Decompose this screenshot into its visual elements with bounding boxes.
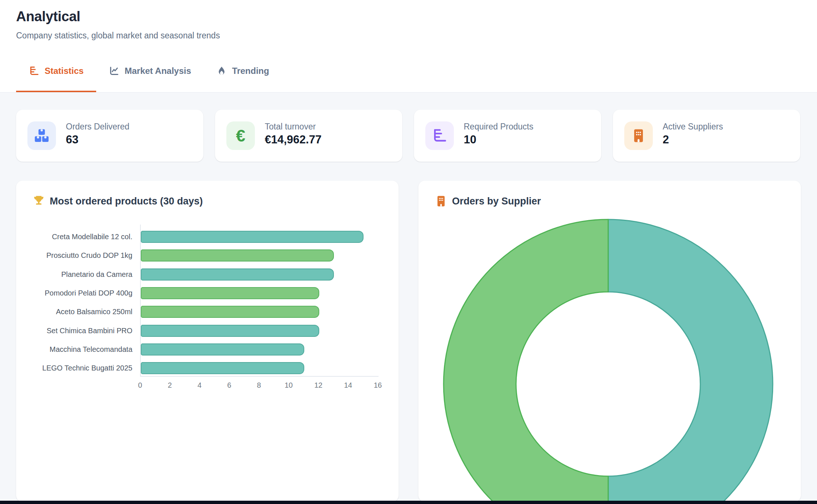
x-tick: 14 [344,381,352,390]
bar-macchina-telecomandata[interactable] [141,343,304,356]
stat-value: 10 [464,133,476,146]
analytics-dashboard-page: Analytical Company statistics, global ma… [0,0,817,504]
tab-bar: StatisticsMarket AnalysisTrending [0,51,817,93]
tab-trending[interactable]: Trending [204,51,282,92]
donut-chart-header: Orders by Supplier [434,195,541,208]
stat-label: Total turnover [265,122,316,132]
stat-label: Required Products [464,122,534,132]
bar-chart-icon [425,121,454,150]
x-tick: 10 [285,381,293,390]
boxes-icon [27,121,56,150]
stat-card-orders-delivered: Orders Delivered63 [16,110,203,162]
bar-planetario-da-camera[interactable] [141,268,334,281]
donut-slice-teal[interactable] [608,219,773,502]
bar-label: Set Chimica Bambini PRO [23,325,132,337]
x-axis-line [140,376,379,377]
stat-value: 2 [663,133,669,146]
x-tick: 2 [168,381,172,390]
page-subtitle: Company statistics, global market and se… [16,31,220,41]
donut-slice-green[interactable] [444,219,608,502]
stat-value: 63 [66,133,78,146]
line-chart-icon [109,65,120,76]
bar-label: Planetario da Camera [23,268,132,281]
x-tick: 12 [314,381,322,390]
donut-chart [443,219,773,502]
tab-statistics[interactable]: Statistics [16,51,96,92]
bar-chart-icon [29,65,39,76]
bar-chart-title: Most ordered products (30 days) [50,196,203,207]
stat-card-active-suppliers: Active Suppliers2 [613,110,800,162]
bar-chart-card: Most ordered products (30 days) Creta Mo… [16,181,399,502]
stat-label: Active Suppliers [663,122,723,132]
bar-chart-header: Most ordered products (30 days) [32,195,203,208]
bar-pomodori-pelati-dop-400g[interactable] [141,287,319,299]
donut-chart-title: Orders by Supplier [452,196,541,207]
x-tick: 16 [374,381,382,390]
bar-creta-modellabile-12-col-[interactable] [141,231,364,243]
donut-chart-card: Orders by Supplier [418,181,801,502]
tab-market-analysis[interactable]: Market Analysis [96,51,204,92]
flame-icon [216,65,227,76]
bar-aceto-balsamico-250ml[interactable] [141,306,319,318]
x-tick: 6 [227,381,231,390]
bar-lego-technic-bugatti-2025[interactable] [141,362,304,374]
bar-label: Prosciutto Crudo DOP 1kg [23,249,132,262]
building-icon [434,195,448,208]
bar-set-chimica-bambini-pro[interactable] [141,325,319,337]
bar-label: Creta Modellabile 12 col. [23,231,132,243]
bar-label: Macchina Telecomandata [23,343,132,356]
bar-label: Pomodori Pelati DOP 400g [23,287,132,299]
x-tick: 8 [257,381,261,390]
tab-label: Statistics [45,66,84,76]
tab-label: Trending [232,66,269,76]
bar-label: LEGO Technic Bugatti 2025 [23,362,132,374]
building-icon [624,121,653,150]
euro-icon: € [226,121,255,150]
stat-card-required-products: Required Products10 [414,110,601,162]
bottom-dark-bar [0,501,817,504]
bar-label: Aceto Balsamico 250ml [23,306,132,318]
bar-prosciutto-crudo-dop-1kg[interactable] [141,249,334,262]
stat-card-total-turnover: €Total turnover€14,962.77 [215,110,402,162]
stat-label: Orders Delivered [66,122,129,132]
x-tick: 0 [138,381,142,390]
stat-value: €14,962.77 [265,133,321,146]
trophy-icon [32,195,45,208]
x-tick: 4 [197,381,202,390]
page-title: Analytical [16,9,80,25]
tab-label: Market Analysis [125,66,191,76]
